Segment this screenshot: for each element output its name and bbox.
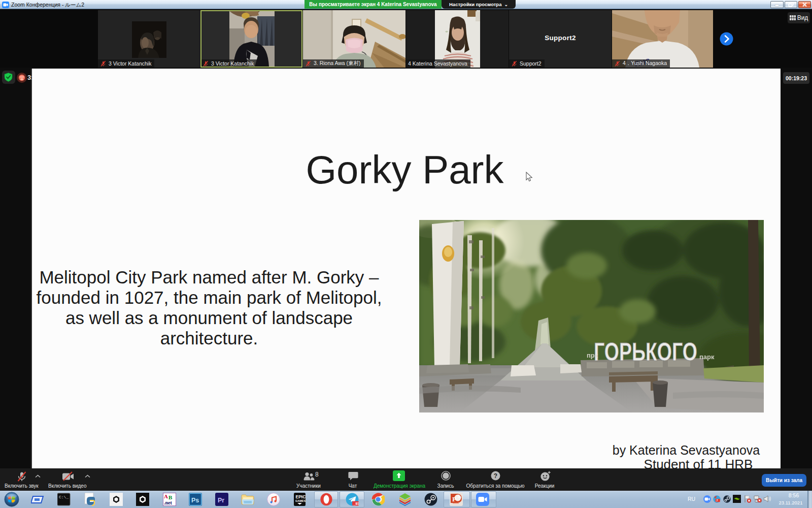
svg-text:Pr: Pr: [218, 497, 224, 504]
svg-text:_97: _97: [353, 501, 359, 506]
svg-text:C:\_: C:\_: [59, 495, 69, 499]
svg-text:.7: .7: [716, 499, 718, 502]
svg-text:EPIC: EPIC: [296, 494, 306, 499]
svg-text:ГОРЬКОГО: ГОРЬКОГО: [594, 338, 697, 366]
svg-text:?: ?: [494, 472, 497, 480]
svg-text:A: A: [164, 493, 168, 499]
svg-text:парк: парк: [699, 353, 715, 361]
svg-text:прк: прк: [587, 352, 598, 359]
svg-text:P: P: [452, 495, 456, 503]
svg-text:Ps: Ps: [191, 497, 199, 504]
svg-text:.net: .net: [164, 500, 173, 505]
svg-text:GAMES: GAMES: [295, 499, 306, 502]
